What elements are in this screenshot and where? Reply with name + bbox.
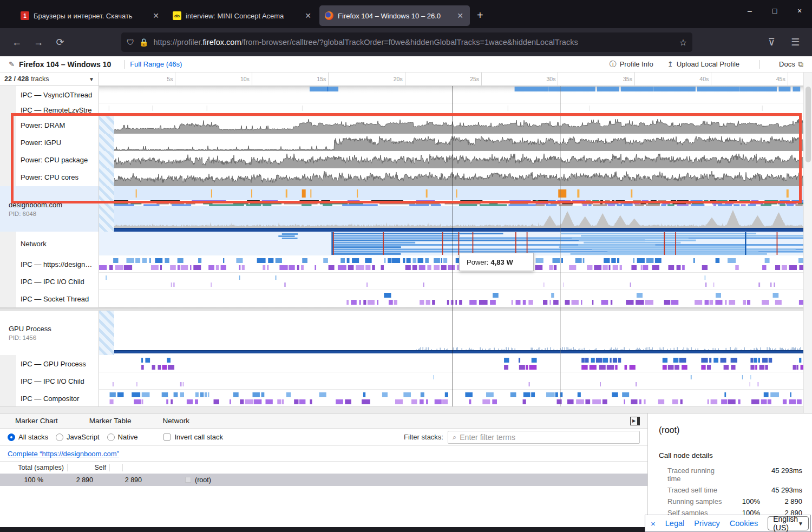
total-column-header[interactable]: Total (samples)	[0, 464, 68, 471]
filter-searchbox[interactable]: ⌕	[448, 431, 640, 444]
track-label[interactable]: GPU ProcessPID: 1456	[0, 311, 99, 355]
url-bar[interactable]: 🛡 🔒 https://profiler.firefox.com/from-br…	[121, 32, 692, 52]
track-label[interactable]: IPC — Compositor	[0, 390, 99, 407]
track-label[interactable]: Power: CPU cores	[0, 168, 99, 186]
track-row[interactable]: GPU ProcessPID: 1456	[0, 311, 803, 355]
radio-native[interactable]	[107, 434, 115, 441]
new-tab-button[interactable]: +	[477, 9, 483, 22]
invert-call-stack-label: Invert call stack	[174, 433, 223, 441]
full-range-link[interactable]: Full Range (46s)	[130, 60, 182, 68]
browser-tab[interactable]: Firefox 104 – Windows 10 – 26.0 ✕	[319, 5, 470, 26]
track-row[interactable]: Power: CPU cores	[0, 168, 803, 186]
tab-close-icon[interactable]: ✕	[304, 11, 312, 20]
panel-tab-marker-table[interactable]: Marker Table	[74, 417, 148, 425]
stack-controls: All stacksJavaScriptNative Invert call s…	[0, 429, 647, 446]
track-visualization[interactable]	[99, 151, 803, 168]
detail-label: Traced running time	[667, 467, 729, 483]
track-visualization[interactable]	[99, 168, 803, 186]
shield-icon[interactable]: 🛡	[127, 38, 134, 47]
track-visualization[interactable]	[99, 273, 803, 290]
track-visualization[interactable]	[99, 232, 803, 255]
url-text[interactable]: https://profiler.firefox.com/from-browse…	[153, 38, 674, 47]
track-visualization[interactable]	[99, 116, 803, 134]
radio-all-stacks[interactable]	[8, 434, 15, 441]
track-visualization[interactable]	[99, 311, 803, 355]
track-row[interactable]: IPC — GPU Process	[0, 355, 803, 372]
footer-close-icon[interactable]: ×	[651, 519, 656, 528]
track-row[interactable]: IPC — VsyncIOThread	[0, 86, 803, 103]
call-tree-row-selected[interactable]: 100 % 2 890 2 890 (root)	[0, 474, 647, 486]
pocket-icon[interactable]: ⊽	[762, 33, 781, 51]
timeline-scrollbar[interactable]	[803, 73, 812, 413]
bookmark-star-icon[interactable]: ☆	[679, 37, 687, 48]
track-label[interactable]: IPC — IPC I/O Child	[0, 273, 99, 290]
invert-call-stack-checkbox[interactable]	[163, 434, 171, 441]
footer-link-cookies[interactable]: Cookies	[730, 519, 758, 528]
track-row[interactable]: Power: DRAM	[0, 116, 803, 134]
maximize-button[interactable]: □	[762, 0, 787, 22]
track-label[interactable]: designboom.comPID: 6048	[0, 186, 99, 232]
filter-input[interactable]	[460, 433, 635, 442]
footer-link-privacy[interactable]: Privacy	[694, 519, 720, 528]
panel-tab-marker-chart[interactable]: Marker Chart	[0, 417, 74, 425]
lock-icon[interactable]: 🔒	[139, 38, 148, 47]
track-visualization[interactable]	[99, 290, 803, 307]
menu-icon[interactable]: ☰	[786, 33, 804, 51]
track-visualization[interactable]	[99, 355, 803, 372]
track-visualization[interactable]	[99, 103, 803, 116]
upload-profile-button[interactable]: ↥Upload Local Profile	[667, 60, 739, 68]
track-row[interactable]: IPC — https://design…	[0, 255, 803, 273]
track-row[interactable]: IPC — Compositor	[0, 390, 803, 407]
track-visualization[interactable]	[99, 390, 803, 407]
self-column-header[interactable]: Self	[68, 464, 110, 471]
panel-tab-network[interactable]: Network	[148, 417, 206, 425]
complete-range-link[interactable]: Complete “https://designboom.com”	[8, 450, 119, 458]
selected-node-title: (root)	[648, 413, 812, 435]
track-row[interactable]: IPC — IPC I/O Child	[0, 372, 803, 390]
track-label[interactable]: IPC — GPU Process	[0, 355, 99, 372]
docs-link[interactable]: Docs⧉	[779, 60, 803, 69]
profile-info-button[interactable]: ⓘProfile Info	[610, 60, 653, 69]
browser-tab[interactable]: 1 Браузеры и интернет. Скачать ✕	[15, 5, 166, 26]
track-row[interactable]: IPC — IPC I/O Child	[0, 273, 803, 290]
track-label[interactable]: Power: iGPU	[0, 134, 99, 151]
close-button[interactable]: ×	[787, 0, 812, 22]
track-visualization[interactable]	[99, 86, 803, 103]
track-visualization[interactable]	[99, 255, 803, 273]
track-label[interactable]: IPC — VsyncIOThread	[0, 86, 99, 103]
forward-icon[interactable]: →	[29, 33, 48, 51]
track-visualization[interactable]	[99, 372, 803, 390]
track-row[interactable]: IPC — RemoteLzyStre	[0, 103, 803, 116]
edit-icon[interactable]: ✎	[9, 60, 15, 68]
scrollbar-thumb[interactable]	[806, 87, 811, 162]
browser-tab[interactable]: db interview: MINI Concept Acema ✕	[167, 5, 318, 26]
reload-icon[interactable]: ⟳	[51, 33, 69, 51]
back-icon[interactable]: ←	[8, 33, 26, 51]
tab-close-icon[interactable]: ✕	[456, 11, 464, 20]
row-expander-checkbox[interactable]	[185, 477, 191, 483]
track-label[interactable]: Power: CPU package	[0, 151, 99, 168]
minimize-button[interactable]: –	[737, 0, 762, 22]
track-visualization[interactable]	[99, 134, 803, 151]
language-select[interactable]: English (US) ▼	[768, 516, 809, 530]
track-visualization[interactable]	[99, 186, 803, 232]
track-label[interactable]: IPC — Socket Thread	[0, 290, 99, 307]
tracks-count-dropdown[interactable]: 22 / 428tracks ▼	[0, 73, 99, 86]
detail-value: 2 890	[760, 497, 802, 505]
chevron-down-icon: ▼	[89, 76, 94, 82]
track-label[interactable]: IPC — RemoteLzyStre	[0, 103, 99, 116]
track-row[interactable]: Power: iGPU	[0, 134, 803, 151]
track-label[interactable]: IPC — https://design…	[0, 255, 99, 273]
track-row[interactable]: Power: CPU package	[0, 151, 803, 168]
track-label[interactable]: Power: DRAM	[0, 116, 99, 134]
track-label[interactable]: Network	[0, 232, 99, 255]
track-label[interactable]: IPC — IPC I/O Child	[0, 372, 99, 390]
track-row[interactable]: designboom.comPID: 6048	[0, 186, 803, 232]
radio-javascript[interactable]	[56, 434, 63, 441]
sidebar-toggle-icon[interactable]: ▶	[630, 417, 640, 425]
track-row[interactable]: Network	[0, 232, 803, 255]
track-row[interactable]: IPC — Socket Thread	[0, 290, 803, 307]
timeline-ruler[interactable]: 5s10s15s20s25s30s35s40s45s	[99, 73, 803, 86]
footer-link-legal[interactable]: Legal	[665, 519, 684, 528]
tab-close-icon[interactable]: ✕	[152, 11, 160, 20]
